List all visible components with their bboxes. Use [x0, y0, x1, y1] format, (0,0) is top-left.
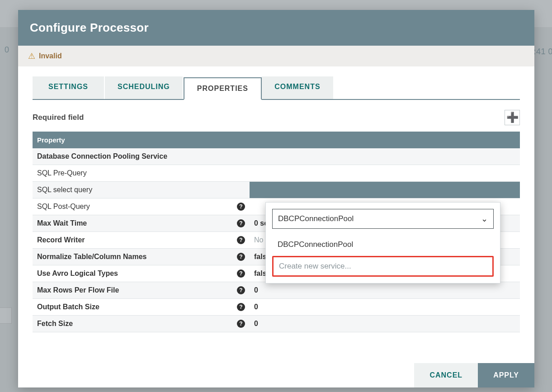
controller-service-combo[interactable]: DBCPConnectionPool ⌄	[272, 209, 494, 229]
properties-subheader: Required field ➕	[33, 110, 520, 125]
property-row[interactable]: Output Batch Size?0	[33, 299, 520, 316]
controller-service-editor-popover: DBCPConnectionPool ⌄ DBCPConnectionPool …	[265, 202, 500, 283]
property-value-cell[interactable]: 0	[250, 316, 520, 332]
column-property-value	[250, 132, 520, 148]
dialog-body: SETTINGS SCHEDULING PROPERTIES COMMENTS …	[18, 66, 534, 363]
tab-comments[interactable]: COMMENTS	[262, 76, 334, 99]
property-name-cell: Normalize Table/Column Names?	[33, 249, 250, 265]
apply-button[interactable]: APPLY	[478, 363, 534, 387]
property-name-cell: Output Batch Size?	[33, 299, 250, 316]
property-value-cell[interactable]: 0	[250, 299, 520, 316]
help-icon[interactable]: ?	[237, 203, 245, 211]
add-property-button[interactable]: ➕	[505, 110, 520, 125]
controller-service-selected-value: DBCPConnectionPool	[278, 214, 354, 223]
property-row[interactable]: SQL select query	[33, 182, 520, 198]
property-name: SQL Post-Query	[37, 203, 90, 210]
property-name: Normalize Table/Column Names	[37, 253, 146, 260]
property-name-cell: SQL select query	[33, 182, 250, 198]
controller-service-option[interactable]: DBCPConnectionPool	[272, 235, 494, 254]
controller-service-options: DBCPConnectionPool Create new service...	[272, 235, 494, 277]
create-new-service-option[interactable]: Create new service...	[272, 256, 494, 277]
property-value-cell[interactable]	[250, 165, 520, 182]
required-field-label: Required field	[33, 113, 84, 122]
property-name-cell: Record Writer?	[33, 232, 250, 249]
tab-properties[interactable]: PROPERTIES	[184, 77, 262, 100]
property-name: SQL Pre-Query	[37, 169, 87, 177]
help-icon[interactable]: ?	[237, 219, 245, 227]
help-icon[interactable]: ?	[237, 286, 245, 294]
property-name-cell: Max Wait Time?	[33, 215, 250, 232]
dialog-footer: CANCEL APPLY	[18, 363, 534, 387]
help-icon[interactable]: ?	[237, 236, 245, 244]
property-name: Fetch Size	[37, 320, 73, 327]
chevron-down-icon: ⌄	[481, 214, 488, 224]
property-name: Record Writer	[37, 236, 85, 244]
cancel-button[interactable]: CANCEL	[414, 363, 478, 387]
property-name-cell: SQL Post-Query?	[33, 198, 250, 215]
configure-processor-dialog: Configure Processor ⚠ Invalid SETTINGS S…	[18, 10, 534, 387]
property-row[interactable]: Max Rows Per Flow File?0	[33, 282, 520, 299]
property-name: Max Rows Per Flow File	[37, 286, 119, 294]
validation-status-bar: ⚠ Invalid	[18, 46, 534, 66]
warning-icon: ⚠	[28, 51, 35, 61]
property-row[interactable]: Database Connection Pooling Service	[33, 148, 520, 165]
property-name: Use Avro Logical Types	[37, 269, 118, 277]
property-row[interactable]: Fetch Size?0	[33, 316, 520, 332]
property-name: SQL select query	[37, 186, 92, 194]
plus-icon: ➕	[506, 112, 519, 123]
help-icon[interactable]: ?	[237, 253, 245, 261]
tab-strip: SETTINGS SCHEDULING PROPERTIES COMMENTS	[33, 76, 520, 100]
column-property-name: Property	[33, 132, 250, 148]
properties-table-header: Property	[33, 132, 520, 148]
validation-status-text: Invalid	[39, 52, 62, 60]
property-value-cell[interactable]	[250, 148, 520, 165]
property-row[interactable]: SQL Pre-Query	[33, 165, 520, 182]
property-name: Database Connection Pooling Service	[37, 152, 167, 160]
property-name-cell: SQL Pre-Query	[33, 165, 250, 182]
property-name-cell: Use Avro Logical Types?	[33, 265, 250, 282]
help-icon[interactable]: ?	[237, 320, 245, 328]
property-name-cell: Database Connection Pooling Service	[33, 148, 250, 165]
property-value-cell[interactable]	[250, 182, 520, 198]
property-name: Output Batch Size	[37, 303, 99, 311]
tab-scheduling[interactable]: SCHEDULING	[105, 76, 184, 99]
dialog-title: Configure Processor	[18, 10, 534, 46]
property-value-cell[interactable]: 0	[250, 282, 520, 299]
help-icon[interactable]: ?	[237, 303, 245, 311]
tab-settings[interactable]: SETTINGS	[33, 76, 105, 99]
help-icon[interactable]: ?	[237, 269, 245, 278]
property-name-cell: Fetch Size?	[33, 316, 250, 332]
property-name: Max Wait Time	[37, 219, 87, 227]
property-name-cell: Max Rows Per Flow File?	[33, 282, 250, 299]
